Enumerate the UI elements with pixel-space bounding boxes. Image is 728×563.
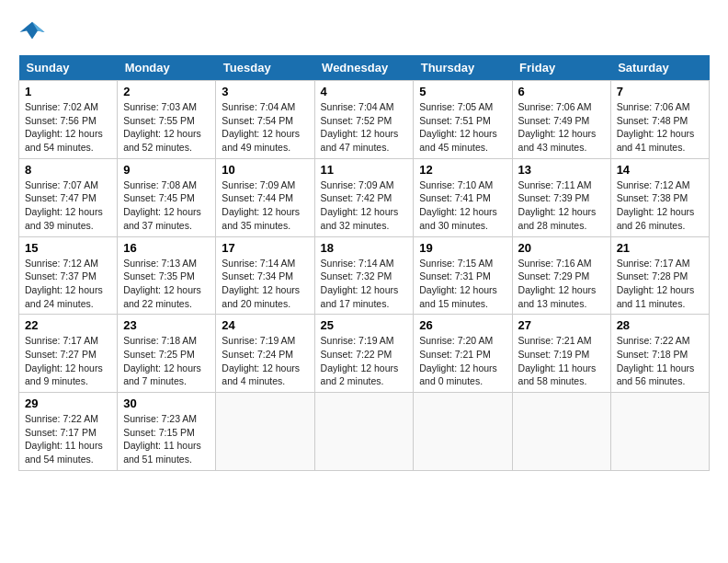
calendar-cell: 10Sunrise: 7:09 AMSunset: 7:44 PMDayligh… bbox=[216, 158, 314, 236]
day-header-saturday: Saturday bbox=[610, 55, 709, 81]
calendar-cell: 26Sunrise: 7:20 AMSunset: 7:21 PMDayligh… bbox=[414, 315, 512, 393]
calendar-cell: 23Sunrise: 7:18 AMSunset: 7:25 PMDayligh… bbox=[118, 315, 216, 393]
day-number: 26 bbox=[419, 318, 506, 332]
day-info: Sunrise: 7:11 AMSunset: 7:39 PMDaylight:… bbox=[518, 178, 605, 233]
calendar-week-2: 8Sunrise: 7:07 AMSunset: 7:47 PMDaylight… bbox=[19, 158, 710, 236]
day-info: Sunrise: 7:03 AMSunset: 7:55 PMDaylight:… bbox=[123, 100, 210, 155]
day-number: 12 bbox=[419, 163, 506, 177]
day-number: 28 bbox=[617, 318, 703, 332]
calendar-cell: 12Sunrise: 7:10 AMSunset: 7:41 PMDayligh… bbox=[414, 158, 512, 236]
day-header-thursday: Thursday bbox=[414, 55, 512, 81]
calendar-week-5: 29Sunrise: 7:22 AMSunset: 7:17 PMDayligh… bbox=[19, 393, 710, 471]
day-number: 4 bbox=[321, 85, 408, 98]
day-number: 5 bbox=[419, 85, 506, 98]
calendar-cell: 18Sunrise: 7:14 AMSunset: 7:32 PMDayligh… bbox=[314, 236, 414, 315]
calendar-cell bbox=[610, 393, 709, 471]
day-number: 29 bbox=[25, 396, 111, 410]
day-number: 27 bbox=[518, 318, 605, 332]
day-info: Sunrise: 7:14 AMSunset: 7:34 PMDaylight:… bbox=[222, 257, 308, 311]
day-info: Sunrise: 7:17 AMSunset: 7:27 PMDaylight:… bbox=[25, 334, 111, 388]
day-header-monday: Monday bbox=[118, 55, 216, 81]
day-info: Sunrise: 7:17 AMSunset: 7:28 PMDaylight:… bbox=[617, 257, 703, 311]
day-info: Sunrise: 7:12 AMSunset: 7:38 PMDaylight:… bbox=[617, 178, 703, 233]
day-info: Sunrise: 7:15 AMSunset: 7:31 PMDaylight:… bbox=[419, 257, 506, 311]
day-header-sunday: Sunday bbox=[19, 55, 118, 81]
day-number: 6 bbox=[518, 85, 605, 98]
day-info: Sunrise: 7:21 AMSunset: 7:19 PMDaylight:… bbox=[518, 334, 605, 388]
calendar-cell: 24Sunrise: 7:19 AMSunset: 7:24 PMDayligh… bbox=[216, 315, 314, 393]
day-number: 13 bbox=[518, 163, 605, 177]
day-number: 7 bbox=[617, 85, 703, 98]
calendar-cell: 5Sunrise: 7:05 AMSunset: 7:51 PMDaylight… bbox=[414, 81, 512, 159]
day-info: Sunrise: 7:22 AMSunset: 7:18 PMDaylight:… bbox=[617, 334, 703, 388]
calendar-cell: 14Sunrise: 7:12 AMSunset: 7:38 PMDayligh… bbox=[610, 158, 709, 236]
calendar-cell: 28Sunrise: 7:22 AMSunset: 7:18 PMDayligh… bbox=[610, 315, 709, 393]
day-info: Sunrise: 7:05 AMSunset: 7:51 PMDaylight:… bbox=[419, 100, 506, 155]
calendar-cell bbox=[216, 393, 314, 471]
day-number: 2 bbox=[123, 85, 210, 98]
calendar-cell: 2Sunrise: 7:03 AMSunset: 7:55 PMDaylight… bbox=[118, 81, 216, 159]
day-number: 3 bbox=[222, 85, 308, 98]
calendar-cell: 27Sunrise: 7:21 AMSunset: 7:19 PMDayligh… bbox=[512, 315, 610, 393]
calendar-cell: 16Sunrise: 7:13 AMSunset: 7:35 PMDayligh… bbox=[118, 236, 216, 315]
day-info: Sunrise: 7:06 AMSunset: 7:49 PMDaylight:… bbox=[518, 100, 605, 155]
day-info: Sunrise: 7:09 AMSunset: 7:42 PMDaylight:… bbox=[321, 178, 408, 233]
calendar-cell: 7Sunrise: 7:06 AMSunset: 7:48 PMDaylight… bbox=[610, 81, 709, 159]
calendar-cell: 30Sunrise: 7:23 AMSunset: 7:15 PMDayligh… bbox=[118, 393, 216, 471]
day-info: Sunrise: 7:13 AMSunset: 7:35 PMDaylight:… bbox=[123, 257, 210, 311]
day-number: 22 bbox=[25, 318, 111, 332]
calendar-cell: 9Sunrise: 7:08 AMSunset: 7:45 PMDaylight… bbox=[118, 158, 216, 236]
calendar-week-4: 22Sunrise: 7:17 AMSunset: 7:27 PMDayligh… bbox=[19, 315, 710, 393]
day-info: Sunrise: 7:04 AMSunset: 7:54 PMDaylight:… bbox=[222, 100, 308, 155]
calendar-cell: 11Sunrise: 7:09 AMSunset: 7:42 PMDayligh… bbox=[314, 158, 414, 236]
day-number: 20 bbox=[518, 241, 605, 255]
day-number: 21 bbox=[617, 241, 703, 255]
day-number: 11 bbox=[321, 163, 408, 177]
day-number: 19 bbox=[419, 241, 506, 255]
day-number: 30 bbox=[123, 396, 210, 410]
calendar-cell bbox=[314, 393, 414, 471]
logo bbox=[18, 18, 50, 46]
day-info: Sunrise: 7:10 AMSunset: 7:41 PMDaylight:… bbox=[419, 178, 506, 233]
calendar-cell bbox=[414, 393, 512, 471]
calendar-cell: 3Sunrise: 7:04 AMSunset: 7:54 PMDaylight… bbox=[216, 81, 314, 159]
day-number: 14 bbox=[617, 163, 703, 177]
day-number: 17 bbox=[222, 241, 308, 255]
header bbox=[18, 18, 710, 46]
day-info: Sunrise: 7:18 AMSunset: 7:25 PMDaylight:… bbox=[123, 334, 210, 388]
day-info: Sunrise: 7:19 AMSunset: 7:24 PMDaylight:… bbox=[222, 334, 308, 388]
day-info: Sunrise: 7:14 AMSunset: 7:32 PMDaylight:… bbox=[321, 257, 408, 311]
day-number: 18 bbox=[321, 241, 408, 255]
day-number: 8 bbox=[25, 163, 111, 177]
calendar-cell: 1Sunrise: 7:02 AMSunset: 7:56 PMDaylight… bbox=[19, 81, 118, 159]
calendar-cell: 15Sunrise: 7:12 AMSunset: 7:37 PMDayligh… bbox=[19, 236, 118, 315]
day-header-friday: Friday bbox=[512, 55, 610, 81]
calendar-cell: 20Sunrise: 7:16 AMSunset: 7:29 PMDayligh… bbox=[512, 236, 610, 315]
logo-icon bbox=[18, 18, 46, 46]
calendar-cell: 25Sunrise: 7:19 AMSunset: 7:22 PMDayligh… bbox=[314, 315, 414, 393]
calendar-header-row: SundayMondayTuesdayWednesdayThursdayFrid… bbox=[19, 55, 710, 81]
day-info: Sunrise: 7:19 AMSunset: 7:22 PMDaylight:… bbox=[321, 334, 408, 388]
day-header-tuesday: Tuesday bbox=[216, 55, 314, 81]
day-info: Sunrise: 7:09 AMSunset: 7:44 PMDaylight:… bbox=[222, 178, 308, 233]
day-number: 10 bbox=[222, 163, 308, 177]
day-info: Sunrise: 7:22 AMSunset: 7:17 PMDaylight:… bbox=[25, 412, 111, 466]
day-info: Sunrise: 7:02 AMSunset: 7:56 PMDaylight:… bbox=[25, 100, 111, 155]
day-info: Sunrise: 7:08 AMSunset: 7:45 PMDaylight:… bbox=[123, 178, 210, 233]
day-info: Sunrise: 7:07 AMSunset: 7:47 PMDaylight:… bbox=[25, 178, 111, 233]
day-number: 1 bbox=[25, 85, 111, 98]
day-info: Sunrise: 7:23 AMSunset: 7:15 PMDaylight:… bbox=[123, 412, 210, 466]
calendar-cell: 13Sunrise: 7:11 AMSunset: 7:39 PMDayligh… bbox=[512, 158, 610, 236]
calendar-cell: 21Sunrise: 7:17 AMSunset: 7:28 PMDayligh… bbox=[610, 236, 709, 315]
calendar-week-1: 1Sunrise: 7:02 AMSunset: 7:56 PMDaylight… bbox=[19, 81, 710, 159]
day-info: Sunrise: 7:16 AMSunset: 7:29 PMDaylight:… bbox=[518, 257, 605, 311]
calendar-cell: 4Sunrise: 7:04 AMSunset: 7:52 PMDaylight… bbox=[314, 81, 414, 159]
day-info: Sunrise: 7:12 AMSunset: 7:37 PMDaylight:… bbox=[25, 257, 111, 311]
day-info: Sunrise: 7:20 AMSunset: 7:21 PMDaylight:… bbox=[419, 334, 506, 388]
day-number: 25 bbox=[321, 318, 408, 332]
calendar-cell: 8Sunrise: 7:07 AMSunset: 7:47 PMDaylight… bbox=[19, 158, 118, 236]
day-number: 24 bbox=[222, 318, 308, 332]
calendar-cell bbox=[512, 393, 610, 471]
day-number: 16 bbox=[123, 241, 210, 255]
calendar-cell: 6Sunrise: 7:06 AMSunset: 7:49 PMDaylight… bbox=[512, 81, 610, 159]
